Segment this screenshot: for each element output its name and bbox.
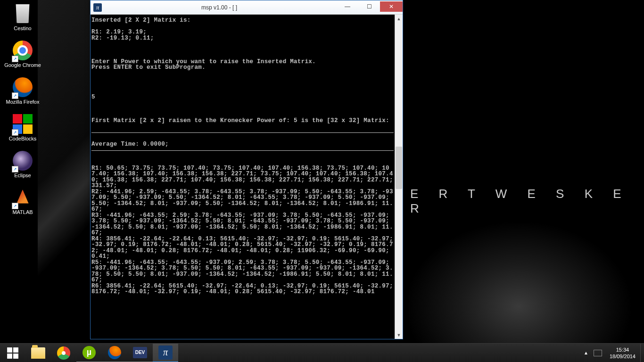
- icon-label: Mozilla Firefox: [4, 99, 41, 105]
- tray-time: 15:34: [610, 346, 636, 353]
- console-line: R2: -19.13; 0.11;: [91, 35, 154, 41]
- console-line: Average Time: 0.0000;: [91, 141, 169, 148]
- icon-label: Cestino: [4, 25, 41, 31]
- svg-rect-3: [13, 354, 18, 359]
- desktop-icon-codeblocks[interactable]: ↗ CodeBlocks: [4, 113, 41, 141]
- shortcut-arrow-icon: ↗: [12, 203, 18, 209]
- taskbar-firefox[interactable]: [102, 344, 127, 362]
- taskbar-chrome[interactable]: [51, 344, 76, 362]
- titlebar[interactable]: π msp v1.00 - [ ] — ☐ ✕: [91, 0, 403, 15]
- icon-label: Eclipse: [4, 173, 41, 178]
- tray-clock[interactable]: 15:34 18/09/2014: [605, 346, 640, 360]
- desktop-icon-eclipse[interactable]: ↗ Eclipse: [4, 150, 41, 178]
- taskbar-utorrent[interactable]: µ: [76, 344, 102, 362]
- console-row: R4: 3856.41; -22.64; -22.64; 0.13; 5615.…: [91, 236, 395, 260]
- close-button[interactable]: ✕: [380, 1, 403, 12]
- icon-label: MATLAB: [4, 209, 41, 215]
- devcpp-icon: DEV: [133, 347, 147, 358]
- app-pi-icon: π: [93, 3, 102, 12]
- action-center-flag-icon[interactable]: [594, 350, 602, 356]
- svg-rect-0: [7, 347, 12, 353]
- taskbar-devcpp[interactable]: DEV: [127, 344, 153, 362]
- vertical-scrollbar[interactable]: ▲ ▼: [395, 15, 403, 339]
- svg-rect-1: [13, 347, 18, 353]
- console-line: First Matrix [2 x 2] raisen to the Krone…: [91, 117, 389, 124]
- console-output[interactable]: Inserted [2 X 2] Matrix is: R1: 2.19; 3.…: [91, 15, 395, 339]
- minimize-button[interactable]: —: [337, 1, 358, 12]
- icon-label: Google Chrome: [4, 62, 41, 68]
- desktop-icon-matlab[interactable]: ↗ MATLAB: [4, 187, 41, 215]
- firefox-icon: [108, 346, 121, 359]
- shortcut-arrow-icon: ↗: [12, 129, 18, 136]
- shortcut-arrow-icon: ↗: [12, 166, 18, 173]
- console-row: R6: 3856.41; -22.64; 5615.40; -32.97; -2…: [91, 283, 395, 296]
- console-input-echo: 5: [91, 94, 95, 100]
- chrome-icon: [57, 346, 70, 360]
- horizontal-rule: [91, 150, 394, 151]
- scroll-thumb[interactable]: [396, 147, 402, 189]
- pi-icon: π: [158, 346, 173, 360]
- horizontal-rule: [91, 132, 394, 133]
- icon-label: CodeBlocks: [4, 136, 41, 141]
- taskbar: µ DEV π ▲ 15:34 18/09/2014: [0, 343, 644, 362]
- shortcut-arrow-icon: ↗: [12, 92, 18, 99]
- console-row: R5: -441.96; -643.55; -643.55; -937.09; …: [91, 259, 393, 284]
- start-button[interactable]: [0, 344, 25, 362]
- show-desktop-button[interactable]: [640, 344, 644, 362]
- console-row: R2: -441.96; 2.59; -643.55; 3.78; -643.5…: [91, 189, 393, 213]
- recycle-bin-icon: [14, 4, 31, 23]
- tray-date: 18/09/2014: [610, 353, 636, 360]
- console-line: Press ENTER to exit SubProgram.: [91, 64, 206, 71]
- console-row: R1: 50.65; 73.75; 73.75; 107.40; 73.75; …: [91, 165, 395, 189]
- console-window[interactable]: π msp v1.00 - [ ] — ☐ ✕ Inserted [2 X 2]…: [90, 0, 403, 339]
- scroll-up-arrow-icon[interactable]: ▲: [395, 15, 403, 23]
- taskbar-msp-app[interactable]: π: [153, 344, 178, 362]
- svg-rect-2: [7, 354, 12, 359]
- maximize-button[interactable]: ☐: [358, 1, 380, 12]
- desktop-icon-chrome[interactable]: ↗ Google Chrome: [4, 40, 41, 68]
- window-title: msp v1.00 - [ ]: [102, 4, 337, 11]
- console-row: R3: -441.96; -643.55; 2.59; 3.78; -643.5…: [91, 212, 393, 237]
- tray-overflow-icon[interactable]: ▲: [581, 350, 591, 355]
- wallpaper-text: E R T W E S K E R: [410, 187, 644, 216]
- windows-logo-icon: [7, 347, 19, 359]
- taskbar-explorer[interactable]: [25, 344, 51, 362]
- desktop-icon-bin[interactable]: Cestino: [4, 3, 41, 31]
- utorrent-icon: µ: [83, 346, 96, 359]
- shortcut-arrow-icon: ↗: [12, 56, 18, 62]
- desktop-icon-firefox[interactable]: ↗ Mozilla Firefox: [4, 76, 41, 105]
- system-tray: ▲ 15:34 18/09/2014: [581, 344, 644, 362]
- scroll-down-arrow-icon[interactable]: ▼: [395, 331, 403, 339]
- console-line: Inserted [2 X 2] Matrix is:: [91, 17, 191, 24]
- folder-icon: [31, 347, 45, 359]
- desktop-icons: Cestino ↗ Google Chrome ↗ Mozilla Firefo…: [4, 3, 41, 223]
